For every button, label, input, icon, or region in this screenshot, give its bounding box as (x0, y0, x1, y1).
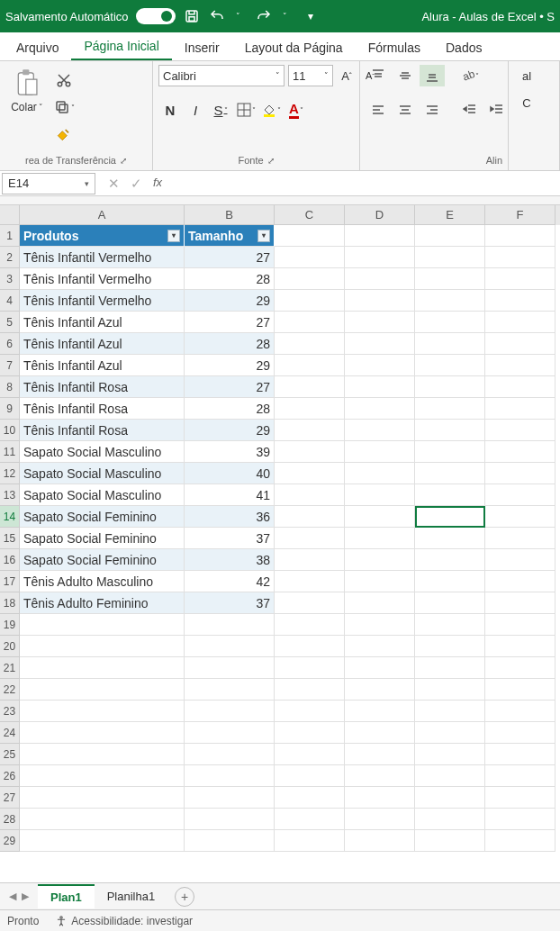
row-header[interactable]: 11 (0, 441, 20, 463)
cell[interactable]: Sapato Social Feminino (20, 506, 185, 528)
cancel-formula-icon[interactable]: ✕ (108, 176, 120, 192)
align-center-icon[interactable] (393, 99, 418, 121)
cell[interactable] (485, 679, 555, 701)
row-header[interactable]: 26 (0, 765, 20, 787)
orientation-icon[interactable]: ab˅ (457, 65, 483, 86)
cell[interactable] (20, 636, 185, 657)
cell[interactable] (345, 830, 415, 852)
cell[interactable] (185, 701, 275, 722)
cell[interactable] (20, 744, 185, 765)
cell[interactable] (345, 571, 415, 592)
new-sheet-button[interactable]: + (175, 887, 194, 907)
cell[interactable] (485, 463, 555, 484)
sheet-nav-prev-icon[interactable]: ◀ (9, 890, 16, 902)
merge-icon[interactable]: C (514, 92, 539, 113)
cell[interactable] (275, 528, 345, 549)
cell[interactable] (20, 830, 185, 852)
redo-icon[interactable] (255, 7, 273, 25)
cell[interactable] (485, 528, 555, 549)
cell[interactable] (485, 765, 555, 787)
cell[interactable] (185, 787, 275, 809)
cell[interactable]: Tênis Infantil Azul (20, 312, 185, 333)
name-box[interactable]: E14 ▾ (2, 173, 95, 194)
cell[interactable] (485, 787, 555, 809)
tab-dados[interactable]: Dados (433, 35, 494, 60)
cell[interactable] (275, 225, 345, 247)
accept-formula-icon[interactable]: ✓ (131, 176, 142, 192)
cell[interactable] (345, 225, 415, 247)
cell[interactable] (415, 787, 485, 809)
cell[interactable]: Sapato Social Masculino (20, 484, 185, 506)
border-button[interactable]: ˅ (234, 99, 257, 121)
cell[interactable] (275, 290, 345, 312)
cell[interactable] (20, 787, 185, 809)
cell[interactable] (415, 528, 485, 549)
cell[interactable] (345, 441, 415, 463)
increase-font-icon[interactable]: Aˆ (337, 66, 357, 86)
cell[interactable]: 29 (185, 290, 275, 312)
paste-button[interactable]: Colar˅ (5, 65, 49, 113)
font-dialog-launcher-icon[interactable]: ⤢ (267, 156, 275, 166)
format-painter-icon[interactable] (52, 124, 76, 144)
cell[interactable] (185, 614, 275, 636)
tab-layout[interactable]: Layout da Página (232, 35, 356, 60)
cell[interactable]: 29 (185, 420, 275, 441)
cell[interactable]: Sapato Social Masculino (20, 463, 185, 484)
cell[interactable] (415, 355, 485, 376)
cell[interactable] (345, 679, 415, 701)
cell[interactable] (345, 355, 415, 376)
cell[interactable] (485, 657, 555, 679)
cell[interactable]: 29 (185, 355, 275, 376)
cell[interactable] (485, 809, 555, 830)
row-header[interactable]: 5 (0, 312, 20, 333)
cell[interactable] (415, 290, 485, 312)
row-header[interactable]: 8 (0, 376, 20, 398)
cell[interactable] (275, 420, 345, 441)
col-header-f[interactable]: F (485, 205, 555, 225)
cell[interactable] (185, 744, 275, 765)
autosave-toggle[interactable] (136, 8, 176, 24)
cell[interactable] (20, 701, 185, 722)
cell[interactable] (275, 312, 345, 333)
cell[interactable] (20, 657, 185, 679)
cell[interactable] (275, 787, 345, 809)
tab-formulas[interactable]: Fórmulas (356, 35, 433, 60)
cell[interactable] (485, 268, 555, 290)
row-header[interactable]: 3 (0, 268, 20, 290)
cell[interactable]: 42 (185, 571, 275, 592)
cell[interactable]: 28 (185, 398, 275, 420)
cell[interactable] (485, 355, 555, 376)
row-header[interactable]: 12 (0, 463, 20, 484)
cell[interactable] (485, 571, 555, 592)
cell[interactable] (275, 355, 345, 376)
redo-more-icon[interactable]: ˅ (276, 7, 294, 25)
cell[interactable] (345, 420, 415, 441)
row-header[interactable]: 20 (0, 636, 20, 657)
table-header-produtos[interactable]: Produtos▾ (20, 225, 185, 247)
row-header[interactable]: 7 (0, 355, 20, 376)
italic-button[interactable]: I (184, 99, 207, 121)
cell[interactable] (415, 268, 485, 290)
align-middle-icon[interactable] (393, 65, 418, 86)
cell[interactable] (415, 247, 485, 268)
cell[interactable] (345, 376, 415, 398)
bold-button[interactable]: N (158, 99, 182, 121)
cell[interactable] (275, 398, 345, 420)
fill-color-button[interactable]: ˅ (259, 99, 283, 121)
row-header[interactable]: 17 (0, 571, 20, 592)
cell[interactable] (415, 463, 485, 484)
cell[interactable] (275, 571, 345, 592)
sheet-tab-plan1[interactable]: Plan1 (38, 884, 95, 908)
cell[interactable] (275, 809, 345, 830)
cell[interactable] (485, 312, 555, 333)
cell[interactable] (275, 592, 345, 614)
namebox-dropdown-icon[interactable]: ▾ (85, 179, 89, 188)
cell[interactable] (415, 398, 485, 420)
increase-indent-icon[interactable] (484, 99, 510, 121)
cell[interactable] (345, 463, 415, 484)
row-header[interactable]: 29 (0, 830, 20, 852)
copy-icon[interactable]: ˅ (52, 97, 76, 117)
cell[interactable]: 39 (185, 441, 275, 463)
cell[interactable] (20, 614, 185, 636)
cell[interactable]: Tênis Infantil Azul (20, 333, 185, 355)
